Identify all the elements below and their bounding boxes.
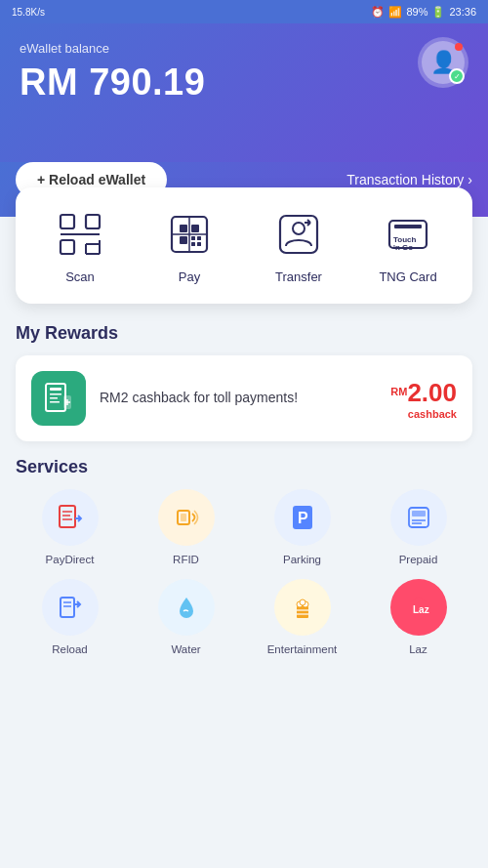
transaction-history-button[interactable]: Transaction History › xyxy=(346,172,472,187)
svg-rect-15 xyxy=(197,242,201,246)
svg-rect-29 xyxy=(50,393,61,395)
avatar-container[interactable]: 👤 ✓ xyxy=(418,37,468,88)
service-prepaid[interactable]: Prepaid xyxy=(364,489,472,565)
reload-label: Reload xyxy=(52,643,87,655)
ewallet-label: eWallet balance xyxy=(20,41,468,56)
svg-rect-47 xyxy=(61,598,74,617)
reward-text: RM2 cashback for toll payments! xyxy=(100,389,377,408)
services-title: Services xyxy=(16,457,472,477)
reward-icon xyxy=(31,371,86,426)
svg-point-55 xyxy=(300,599,305,605)
svg-text:'n Go: 'n Go xyxy=(393,243,413,252)
rewards-section: My Rewards RM2 cashback for toll payment… xyxy=(0,323,488,441)
service-lazada[interactable]: Laz Laz xyxy=(364,579,472,655)
prepaid-icon xyxy=(390,489,447,546)
service-rfid[interactable]: RFID xyxy=(132,489,240,565)
parking-icon: P xyxy=(274,489,331,546)
svg-rect-50 xyxy=(297,606,308,618)
svg-rect-1 xyxy=(86,215,100,228)
svg-rect-11 xyxy=(180,236,187,244)
transfer-icon xyxy=(271,207,326,262)
scan-icon xyxy=(53,207,107,262)
cashback-label: cashback xyxy=(390,408,457,420)
svg-rect-0 xyxy=(61,215,74,228)
quick-action-transfer[interactable]: Transfer xyxy=(244,207,353,284)
time: 23:36 xyxy=(449,6,476,18)
parking-label: Parking xyxy=(283,554,321,565)
svg-rect-40 xyxy=(181,514,186,521)
svg-rect-14 xyxy=(191,242,195,246)
svg-rect-10 xyxy=(191,225,199,232)
notification-dot xyxy=(455,43,463,51)
service-parking[interactable]: P Parking xyxy=(248,489,356,565)
alarm-icon: ⏰ xyxy=(371,6,385,19)
status-icons: ⏰ 📶 89% 🔋 23:36 xyxy=(371,6,476,19)
reward-amount: RM2.00 cashback xyxy=(390,378,457,420)
svg-rect-28 xyxy=(50,388,61,391)
lazada-icon: Laz xyxy=(390,579,447,636)
pay-icon xyxy=(162,207,217,262)
pay-label: Pay xyxy=(179,269,200,284)
tng-label: TNG Card xyxy=(379,269,436,284)
wifi-icon: 📶 xyxy=(388,6,402,19)
service-reload[interactable]: Reload xyxy=(16,579,124,655)
svg-rect-31 xyxy=(50,401,60,403)
svg-rect-24 xyxy=(394,225,422,228)
svg-rect-30 xyxy=(50,397,58,399)
reward-rm-label: RM xyxy=(390,385,407,396)
entertainment-icon xyxy=(274,579,331,636)
balance-amount: RM 790.19 xyxy=(20,62,468,103)
paydirect-label: PayDirect xyxy=(46,554,95,565)
service-entertainment[interactable]: Entertainment xyxy=(248,579,356,655)
quick-action-tng[interactable]: Touch 'n Go TNG Card xyxy=(353,207,463,284)
battery-icon: 🔋 xyxy=(431,6,445,19)
service-water[interactable]: Water xyxy=(132,579,240,655)
quick-action-pay[interactable]: Pay xyxy=(135,207,244,284)
header-section: eWallet balance RM 790.19 👤 ✓ xyxy=(0,23,488,162)
network-speed: 15.8K/s xyxy=(12,7,45,18)
rfid-icon xyxy=(158,489,215,546)
lazada-label: Laz xyxy=(409,643,427,655)
battery-pct: 89% xyxy=(406,6,427,18)
svg-rect-13 xyxy=(197,236,201,240)
svg-rect-12 xyxy=(191,236,195,240)
services-grid: PayDirect RFID P Parking xyxy=(16,489,472,655)
rewards-card[interactable]: RM2 cashback for toll payments! RM2.00 c… xyxy=(16,355,472,441)
quick-actions-card: Scan Pay xyxy=(16,187,472,304)
reward-value: 2.00 xyxy=(407,378,457,407)
svg-text:Laz: Laz xyxy=(413,604,429,615)
svg-text:P: P xyxy=(298,510,308,526)
water-icon xyxy=(158,579,215,636)
service-paydirect[interactable]: PayDirect xyxy=(16,489,124,565)
status-bar: 15.8K/s ⏰ 📶 89% 🔋 23:36 xyxy=(0,0,488,23)
svg-rect-2 xyxy=(61,240,74,254)
prepaid-label: Prepaid xyxy=(399,554,438,565)
reload-icon xyxy=(42,579,99,636)
tng-icon: Touch 'n Go xyxy=(381,207,435,262)
svg-rect-9 xyxy=(180,225,187,232)
services-section: Services PayDirect xyxy=(0,457,488,655)
quick-action-scan[interactable]: Scan xyxy=(25,207,135,284)
water-label: Water xyxy=(171,643,200,655)
entertainment-label: Entertainment xyxy=(267,643,338,655)
scan-label: Scan xyxy=(65,269,95,284)
svg-point-19 xyxy=(293,223,305,234)
transfer-label: Transfer xyxy=(275,269,322,284)
svg-rect-44 xyxy=(412,511,426,517)
paydirect-icon xyxy=(42,489,99,546)
verified-badge: ✓ xyxy=(449,68,465,84)
rfid-label: RFID xyxy=(173,554,199,565)
svg-rect-35 xyxy=(60,506,75,527)
avatar: 👤 ✓ xyxy=(422,41,465,84)
rewards-title: My Rewards xyxy=(16,323,472,344)
